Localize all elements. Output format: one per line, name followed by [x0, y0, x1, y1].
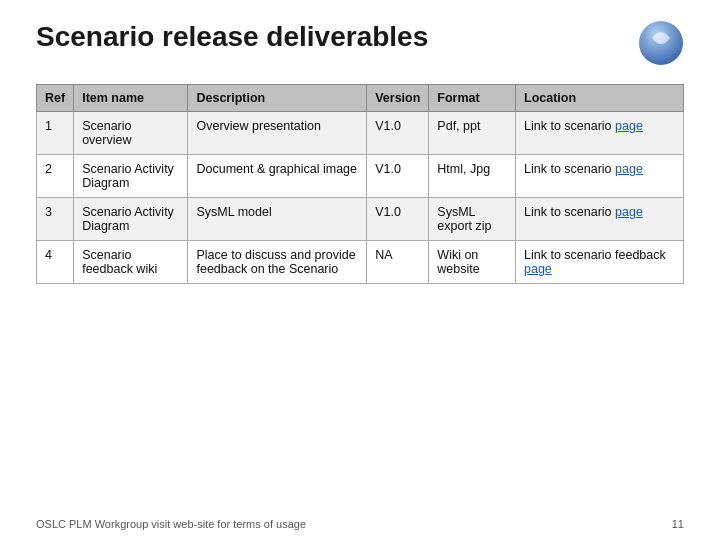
cell-description: SysML model — [188, 198, 367, 241]
table-row: 4Scenario feedback wikiPlace to discuss … — [37, 241, 684, 284]
cell-location: Link to scenario page — [516, 198, 684, 241]
page-title: Scenario release deliverables — [36, 20, 428, 54]
cell-format: Html, Jpg — [429, 155, 516, 198]
footer-text: OSLC PLM Workgroup visit web-site for te… — [36, 518, 306, 530]
cell-item-name: Scenario Activity Diagram — [74, 155, 188, 198]
footer-page: 11 — [672, 518, 684, 530]
table-header-row: Ref Item name Description Version Format… — [37, 85, 684, 112]
header-item-name: Item name — [74, 85, 188, 112]
cell-ref: 4 — [37, 241, 74, 284]
cell-location: Link to scenario page — [516, 112, 684, 155]
cell-version: V1.0 — [367, 112, 429, 155]
cell-version: NA — [367, 241, 429, 284]
location-link[interactable]: page — [615, 205, 643, 219]
location-link[interactable]: page — [524, 262, 552, 276]
header-ref: Ref — [37, 85, 74, 112]
cell-item-name: Scenario feedback wiki — [74, 241, 188, 284]
header-format: Format — [429, 85, 516, 112]
cell-location: Link to scenario feedback page — [516, 241, 684, 284]
footer: OSLC PLM Workgroup visit web-site for te… — [0, 518, 720, 530]
cell-format: SysML export zip — [429, 198, 516, 241]
header-location: Location — [516, 85, 684, 112]
page: Scenario release deliverables Ref Item n… — [0, 0, 720, 540]
cell-version: V1.0 — [367, 198, 429, 241]
table-row: 3Scenario Activity DiagramSysML modelV1.… — [37, 198, 684, 241]
cell-item-name: Scenario Activity Diagram — [74, 198, 188, 241]
cell-version: V1.0 — [367, 155, 429, 198]
cell-description: Overview presentation — [188, 112, 367, 155]
logo-icon — [638, 20, 684, 66]
header-description: Description — [188, 85, 367, 112]
cell-item-name: Scenario overview — [74, 112, 188, 155]
cell-description: Place to discuss and provide feedback on… — [188, 241, 367, 284]
cell-format: Wiki on website — [429, 241, 516, 284]
location-link[interactable]: page — [615, 162, 643, 176]
deliverables-table: Ref Item name Description Version Format… — [36, 84, 684, 284]
location-link[interactable]: page — [615, 119, 643, 133]
header: Scenario release deliverables — [36, 20, 684, 66]
cell-ref: 1 — [37, 112, 74, 155]
table-row: 2Scenario Activity DiagramDocument & gra… — [37, 155, 684, 198]
cell-ref: 3 — [37, 198, 74, 241]
cell-ref: 2 — [37, 155, 74, 198]
cell-description: Document & graphical image — [188, 155, 367, 198]
cell-format: Pdf, ppt — [429, 112, 516, 155]
cell-location: Link to scenario page — [516, 155, 684, 198]
header-version: Version — [367, 85, 429, 112]
table-row: 1Scenario overviewOverview presentationV… — [37, 112, 684, 155]
